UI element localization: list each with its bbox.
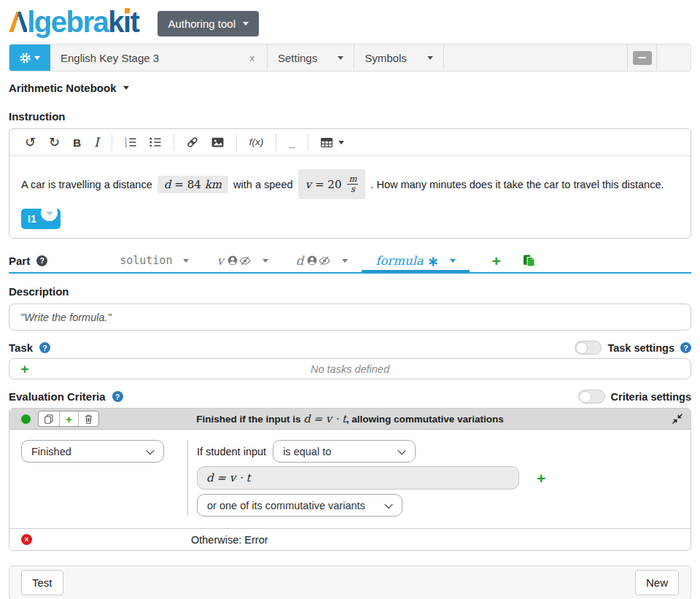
chevron-down-icon bbox=[450, 259, 456, 263]
algebrakit-logo: Λlgebrakit bbox=[9, 6, 139, 38]
task-label: Task bbox=[9, 341, 33, 354]
criterion-condition-column: If student input is equal to d = v · t +… bbox=[188, 440, 691, 517]
fraction-numerator: m bbox=[347, 174, 358, 185]
criterion-status-dot bbox=[21, 414, 31, 424]
formula-distance-chip[interactable]: d = 84 km bbox=[158, 176, 228, 193]
app-header: Λlgebrakit Authoring tool bbox=[9, 0, 691, 44]
collapse-button[interactable] bbox=[633, 51, 652, 65]
instruction-sentence: A car is travelling a distance d = 84 km… bbox=[21, 169, 679, 199]
chevron-down-icon bbox=[34, 56, 40, 60]
criterion-title-suffix: , allowing commutative variations bbox=[346, 414, 504, 425]
task-settings-toggle[interactable] bbox=[575, 341, 602, 355]
tab-symbols[interactable]: Symbols bbox=[354, 45, 444, 71]
otherwise-row: × Otherwise: Error bbox=[9, 528, 691, 550]
math-var: v bbox=[306, 178, 311, 191]
no-tasks-text: No tasks defined bbox=[311, 363, 389, 375]
tab-exercise[interactable]: English Key Stage 3 x bbox=[50, 45, 268, 71]
chevron-down-icon bbox=[338, 56, 343, 60]
part-label: Part bbox=[9, 255, 30, 267]
add-expression-button[interactable]: + bbox=[537, 471, 545, 486]
description-input[interactable]: "Write the formula." bbox=[9, 304, 691, 331]
sentence-text: . How many minutes does it take the car … bbox=[370, 179, 664, 190]
authoring-tool-label: Authoring tool bbox=[168, 18, 236, 30]
tabbar-filler bbox=[444, 45, 628, 71]
tab-input-v[interactable]: v bbox=[203, 249, 281, 272]
test-button[interactable]: Test bbox=[21, 570, 63, 595]
close-icon[interactable]: x bbox=[248, 53, 257, 63]
logo-lambda: Λ bbox=[9, 6, 27, 38]
tab-v-label: v bbox=[217, 254, 223, 268]
math-value: = 84 bbox=[174, 178, 201, 191]
gear-icon bbox=[20, 53, 31, 63]
image-icon[interactable] bbox=[205, 137, 230, 147]
help-icon[interactable]: ? bbox=[112, 391, 123, 402]
tabbar-collapse-segment bbox=[628, 45, 657, 71]
math-fraction: m s bbox=[347, 174, 358, 194]
gap-icon[interactable]: _ bbox=[282, 137, 301, 148]
add-task-button[interactable]: + bbox=[20, 362, 28, 376]
bold-icon[interactable]: B bbox=[66, 137, 88, 148]
tabbar-end-segment bbox=[657, 45, 691, 71]
tab-solution[interactable]: solution bbox=[106, 249, 203, 272]
instruction-heading: Instruction bbox=[9, 110, 691, 123]
comparison-select[interactable]: is equal to bbox=[273, 440, 416, 463]
eye-slash-icon bbox=[319, 256, 330, 266]
criterion-header[interactable]: Finished if the input is d = v · t, allo… bbox=[9, 409, 691, 430]
part-tabs: solution v d bbox=[106, 249, 470, 272]
formula-speed-chip[interactable]: v = 20 m s bbox=[298, 169, 366, 199]
settings-tab-label: Settings bbox=[278, 52, 317, 64]
paste-part-button[interactable] bbox=[523, 254, 535, 267]
criteria-heading: Evaluation Criteria ? bbox=[9, 390, 123, 403]
formula-editor-icon[interactable]: f(x) bbox=[243, 137, 271, 147]
unordered-list-icon[interactable] bbox=[143, 137, 168, 147]
user-circle-icon bbox=[228, 255, 238, 266]
error-icon: × bbox=[21, 534, 32, 545]
redo-icon[interactable]: ↻ bbox=[42, 136, 66, 149]
otherwise-text: Otherwise: Error bbox=[191, 534, 268, 546]
exercise-tab-label: English Key Stage 3 bbox=[61, 52, 159, 64]
delete-criterion-button[interactable] bbox=[79, 411, 98, 426]
part-tabs-row: Part ? solution v bbox=[9, 249, 691, 274]
add-part-button[interactable]: + bbox=[491, 253, 500, 268]
gear-menu-button[interactable] bbox=[9, 45, 50, 71]
description-heading: Description bbox=[9, 285, 691, 298]
italic-icon[interactable]: I bbox=[88, 136, 106, 149]
tab-formula-active[interactable]: formula ∗ bbox=[362, 249, 470, 272]
chevron-down-icon bbox=[243, 22, 249, 26]
help-icon[interactable]: ? bbox=[39, 342, 50, 353]
authoring-tool-button[interactable]: Authoring tool bbox=[158, 11, 259, 36]
table-insert-button[interactable] bbox=[314, 138, 351, 147]
help-icon[interactable]: ? bbox=[36, 255, 47, 266]
criterion-mode-value: Finished bbox=[31, 446, 71, 457]
criteria-settings: Criteria settings bbox=[578, 390, 691, 403]
tab-d-label: d bbox=[296, 254, 304, 268]
logo-end-text: kit bbox=[108, 6, 139, 38]
tab-input-d[interactable]: d bbox=[282, 249, 362, 272]
user-circle-icon bbox=[307, 255, 317, 266]
criterion-mode-select[interactable]: Finished bbox=[21, 440, 164, 463]
copy-criterion-button[interactable] bbox=[39, 411, 60, 426]
if-student-input-label: If student input bbox=[197, 446, 266, 457]
link-icon[interactable] bbox=[180, 136, 205, 148]
add-criterion-button[interactable]: + bbox=[60, 411, 79, 426]
instruction-content[interactable]: A car is travelling a distance d = 84 km… bbox=[9, 156, 691, 238]
tab-settings[interactable]: Settings bbox=[268, 45, 354, 71]
expression-row: d = v · t + bbox=[197, 466, 691, 490]
exercise-type-dropdown[interactable]: Arithmetic Notebook bbox=[9, 82, 691, 94]
toolbar-separator bbox=[174, 134, 174, 151]
interaction-badge-dropdown[interactable] bbox=[41, 204, 58, 221]
variant-select[interactable]: or one of its commutative variants bbox=[197, 494, 402, 517]
new-button[interactable]: New bbox=[635, 570, 679, 595]
undo-icon[interactable]: ↺ bbox=[18, 136, 42, 149]
criteria-settings-toggle[interactable] bbox=[578, 390, 605, 403]
interaction-badge[interactable]: I1 bbox=[21, 209, 61, 229]
eye-slash-icon bbox=[239, 256, 251, 266]
symbols-tab-label: Symbols bbox=[365, 52, 407, 64]
expression-input[interactable]: d = v · t bbox=[197, 466, 519, 490]
instruction-editor: ↺ ↻ B I 1 2 3 bbox=[9, 128, 691, 239]
chevron-down-icon bbox=[262, 259, 268, 263]
ordered-list-icon[interactable]: 1 2 3 bbox=[118, 137, 143, 147]
task-settings: Task settings ? bbox=[575, 341, 691, 355]
collapse-criterion-button[interactable] bbox=[672, 414, 682, 424]
help-icon[interactable]: ? bbox=[680, 342, 691, 353]
